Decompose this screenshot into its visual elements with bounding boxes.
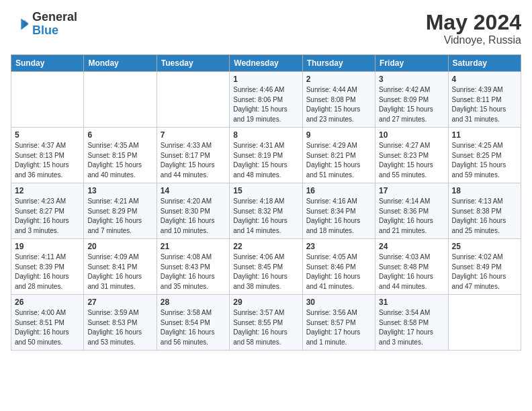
day-info: Sunrise: 4:25 AM Sunset: 8:25 PM Dayligh… <box>452 141 517 180</box>
day-cell-w1-d5: 2Sunrise: 4:44 AM Sunset: 8:08 PM Daylig… <box>302 72 375 128</box>
day-info: Sunrise: 4:21 AM Sunset: 8:29 PM Dayligh… <box>87 197 152 236</box>
logo-line2: Blue <box>32 24 58 37</box>
day-info: Sunrise: 4:11 AM Sunset: 8:39 PM Dayligh… <box>15 253 80 291</box>
day-info: Sunrise: 4:39 AM Sunset: 8:11 PM Dayligh… <box>452 85 517 124</box>
day-cell-w5-d2: 27Sunrise: 3:59 AM Sunset: 8:53 PM Dayli… <box>84 295 157 351</box>
day-number: 17 <box>379 186 444 195</box>
logo: General Blue <box>11 11 77 38</box>
day-number: 9 <box>306 130 371 140</box>
day-number: 5 <box>15 130 80 140</box>
day-cell-w5-d3: 28Sunrise: 3:58 AM Sunset: 8:54 PM Dayli… <box>157 295 229 351</box>
day-number: 1 <box>233 75 298 84</box>
day-info: Sunrise: 4:05 AM Sunset: 8:46 PM Dayligh… <box>306 253 371 291</box>
day-cell-w3-d7: 18Sunrise: 4:13 AM Sunset: 8:38 PM Dayli… <box>448 183 521 239</box>
month-title: May 2024 <box>426 11 521 34</box>
day-cell-w2-d4: 8Sunrise: 4:31 AM Sunset: 8:19 PM Daylig… <box>230 128 302 183</box>
day-cell-w3-d6: 17Sunrise: 4:14 AM Sunset: 8:36 PM Dayli… <box>375 183 448 239</box>
day-cell-w4-d6: 24Sunrise: 4:03 AM Sunset: 8:48 PM Dayli… <box>375 239 448 295</box>
day-number: 30 <box>306 298 371 307</box>
calendar-header: Sunday Monday Tuesday Wednesday Thursday… <box>11 55 521 72</box>
day-cell-w5-d5: 30Sunrise: 3:56 AM Sunset: 8:57 PM Dayli… <box>302 295 375 351</box>
day-cell-w3-d3: 14Sunrise: 4:20 AM Sunset: 8:30 PM Dayli… <box>157 183 229 239</box>
day-number: 15 <box>233 186 298 195</box>
day-cell-w1-d2 <box>84 72 157 128</box>
day-number: 29 <box>233 298 298 307</box>
day-number: 20 <box>87 242 152 251</box>
day-cell-w5-d1: 26Sunrise: 4:00 AM Sunset: 8:51 PM Dayli… <box>11 295 84 351</box>
day-cell-w2-d5: 9Sunrise: 4:29 AM Sunset: 8:21 PM Daylig… <box>302 128 375 183</box>
day-info: Sunrise: 4:27 AM Sunset: 8:23 PM Dayligh… <box>379 141 444 180</box>
day-info: Sunrise: 4:46 AM Sunset: 8:06 PM Dayligh… <box>233 85 298 124</box>
day-number: 8 <box>233 130 298 140</box>
col-tuesday: Tuesday <box>157 55 229 72</box>
page: General Blue May 2024 Vidnoye, Russia Su… <box>0 0 532 357</box>
header-row: Sunday Monday Tuesday Wednesday Thursday… <box>11 55 521 72</box>
day-cell-w1-d4: 1Sunrise: 4:46 AM Sunset: 8:06 PM Daylig… <box>230 72 302 128</box>
day-cell-w5-d6: 31Sunrise: 3:54 AM Sunset: 8:58 PM Dayli… <box>375 295 448 351</box>
week-row-1: 1Sunrise: 4:46 AM Sunset: 8:06 PM Daylig… <box>11 72 521 128</box>
day-cell-w4-d2: 20Sunrise: 4:09 AM Sunset: 8:41 PM Dayli… <box>84 239 157 295</box>
day-info: Sunrise: 4:03 AM Sunset: 8:48 PM Dayligh… <box>379 253 444 291</box>
day-cell-w3-d1: 12Sunrise: 4:23 AM Sunset: 8:27 PM Dayli… <box>11 183 84 239</box>
day-info: Sunrise: 4:16 AM Sunset: 8:34 PM Dayligh… <box>306 197 371 236</box>
calendar-table: Sunday Monday Tuesday Wednesday Thursday… <box>11 54 521 351</box>
day-info: Sunrise: 4:18 AM Sunset: 8:32 PM Dayligh… <box>233 197 298 236</box>
day-info: Sunrise: 4:44 AM Sunset: 8:08 PM Dayligh… <box>306 85 371 124</box>
day-cell-w4-d1: 19Sunrise: 4:11 AM Sunset: 8:39 PM Dayli… <box>11 239 84 295</box>
day-number: 26 <box>15 298 80 307</box>
day-number: 13 <box>87 186 152 195</box>
col-wednesday: Wednesday <box>230 55 302 72</box>
day-number: 14 <box>161 186 226 195</box>
day-cell-w5-d7 <box>448 295 521 351</box>
day-info: Sunrise: 4:35 AM Sunset: 8:15 PM Dayligh… <box>87 141 152 180</box>
day-info: Sunrise: 4:00 AM Sunset: 8:51 PM Dayligh… <box>15 308 80 347</box>
day-info: Sunrise: 4:33 AM Sunset: 8:17 PM Dayligh… <box>161 141 226 180</box>
title-block: May 2024 Vidnoye, Russia <box>426 11 521 46</box>
day-cell-w2-d1: 5Sunrise: 4:37 AM Sunset: 8:13 PM Daylig… <box>11 128 84 183</box>
day-cell-w3-d4: 15Sunrise: 4:18 AM Sunset: 8:32 PM Dayli… <box>230 183 302 239</box>
day-cell-w2-d7: 11Sunrise: 4:25 AM Sunset: 8:25 PM Dayli… <box>448 128 521 183</box>
day-cell-w2-d2: 6Sunrise: 4:35 AM Sunset: 8:15 PM Daylig… <box>84 128 157 183</box>
col-sunday: Sunday <box>11 55 84 72</box>
day-cell-w1-d6: 3Sunrise: 4:42 AM Sunset: 8:09 PM Daylig… <box>375 72 448 128</box>
calendar-body: 1Sunrise: 4:46 AM Sunset: 8:06 PM Daylig… <box>11 72 521 351</box>
day-number: 16 <box>306 186 371 195</box>
header: General Blue May 2024 Vidnoye, Russia <box>11 11 521 46</box>
day-number: 6 <box>87 130 152 140</box>
day-cell-w1-d1 <box>11 72 84 128</box>
day-number: 25 <box>452 242 517 251</box>
day-info: Sunrise: 4:14 AM Sunset: 8:36 PM Dayligh… <box>379 197 444 236</box>
day-info: Sunrise: 4:06 AM Sunset: 8:45 PM Dayligh… <box>233 253 298 291</box>
day-cell-w3-d2: 13Sunrise: 4:21 AM Sunset: 8:29 PM Dayli… <box>84 183 157 239</box>
day-info: Sunrise: 3:56 AM Sunset: 8:57 PM Dayligh… <box>306 308 371 347</box>
day-number: 10 <box>379 130 444 140</box>
day-info: Sunrise: 4:29 AM Sunset: 8:21 PM Dayligh… <box>306 141 371 180</box>
day-number: 18 <box>452 186 517 195</box>
day-cell-w4-d5: 23Sunrise: 4:05 AM Sunset: 8:46 PM Dayli… <box>302 239 375 295</box>
day-info: Sunrise: 3:58 AM Sunset: 8:54 PM Dayligh… <box>161 308 226 347</box>
week-row-5: 26Sunrise: 4:00 AM Sunset: 8:51 PM Dayli… <box>11 295 521 351</box>
day-number: 19 <box>15 242 80 251</box>
day-info: Sunrise: 4:09 AM Sunset: 8:41 PM Dayligh… <box>87 253 152 291</box>
day-number: 11 <box>452 130 517 140</box>
day-number: 27 <box>87 298 152 307</box>
day-info: Sunrise: 4:23 AM Sunset: 8:27 PM Dayligh… <box>15 197 80 236</box>
day-cell-w2-d6: 10Sunrise: 4:27 AM Sunset: 8:23 PM Dayli… <box>375 128 448 183</box>
day-number: 23 <box>306 242 371 251</box>
week-row-3: 12Sunrise: 4:23 AM Sunset: 8:27 PM Dayli… <box>11 183 521 239</box>
week-row-2: 5Sunrise: 4:37 AM Sunset: 8:13 PM Daylig… <box>11 128 521 183</box>
col-thursday: Thursday <box>302 55 375 72</box>
day-number: 21 <box>161 242 226 251</box>
day-info: Sunrise: 3:59 AM Sunset: 8:53 PM Dayligh… <box>87 308 152 347</box>
week-row-4: 19Sunrise: 4:11 AM Sunset: 8:39 PM Dayli… <box>11 239 521 295</box>
day-info: Sunrise: 4:31 AM Sunset: 8:19 PM Dayligh… <box>233 141 298 180</box>
day-cell-w4-d7: 25Sunrise: 4:02 AM Sunset: 8:49 PM Dayli… <box>448 239 521 295</box>
logo-icon <box>11 15 30 34</box>
day-info: Sunrise: 4:42 AM Sunset: 8:09 PM Dayligh… <box>379 85 444 124</box>
day-info: Sunrise: 4:13 AM Sunset: 8:38 PM Dayligh… <box>452 197 517 236</box>
day-cell-w4-d4: 22Sunrise: 4:06 AM Sunset: 8:45 PM Dayli… <box>230 239 302 295</box>
day-info: Sunrise: 4:02 AM Sunset: 8:49 PM Dayligh… <box>452 253 517 291</box>
col-monday: Monday <box>84 55 157 72</box>
day-number: 3 <box>379 75 444 84</box>
col-friday: Friday <box>375 55 448 72</box>
